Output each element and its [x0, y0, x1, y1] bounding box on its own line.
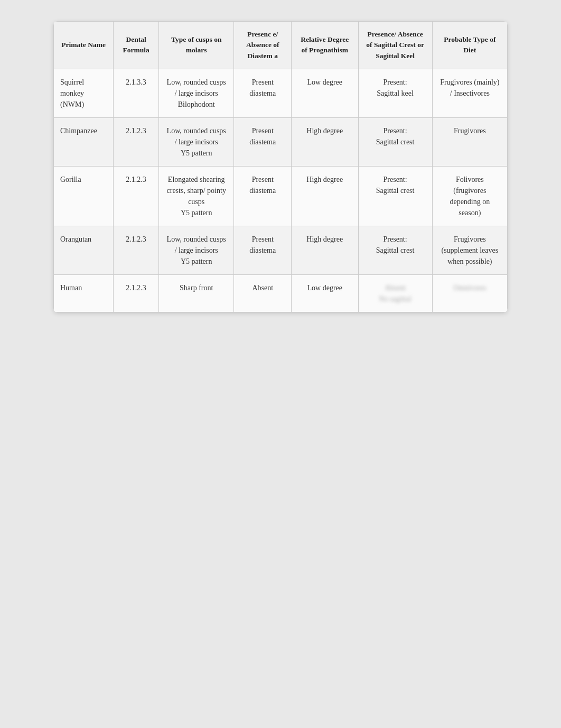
cell-dental_formula: 2.1.2.3: [114, 274, 159, 312]
cell-dental_formula: 2.1.2.3: [114, 166, 159, 226]
cell-prognathism: High degree: [292, 226, 358, 274]
cell-diastema: Present diastema: [234, 226, 292, 274]
header-row: Primate Name Dental Formula Type of cusp…: [54, 22, 508, 69]
primate-table: Primate Name Dental Formula Type of cusp…: [53, 21, 508, 312]
cell-cusp_type: Sharp front: [158, 274, 233, 312]
cell-name: Squirrel monkey (NWM): [54, 69, 114, 117]
cell-cusp_type: Elongated shearing crests, sharp/ pointy…: [158, 166, 233, 226]
cell-dental_formula: 2.1.2.3: [114, 226, 159, 274]
header-dental-formula: Dental Formula: [114, 22, 159, 69]
header-diastema: Presenc e/ Absence of Diastem a: [234, 22, 292, 69]
cell-diastema: Present diastema: [234, 69, 292, 117]
cell-name: Human: [54, 274, 114, 312]
cell-diet: Frugivores (supplement leaves when possi…: [432, 226, 507, 274]
table-row: Squirrel monkey (NWM)2.1.3.3Low, rounded…: [54, 69, 508, 117]
table-body: Squirrel monkey (NWM)2.1.3.3Low, rounded…: [54, 69, 508, 312]
cell-sagittal: AbsentNo sagittal: [358, 274, 432, 312]
table-row: Orangutan2.1.2.3Low, rounded cusps / lar…: [54, 226, 508, 274]
cell-sagittal: Present:Sagittal keel: [358, 69, 432, 117]
cell-diet: Omnivores: [432, 274, 507, 312]
header-prognathism: Relative Degree of Prognathism: [292, 22, 358, 69]
header-primate-name: Primate Name: [54, 22, 114, 69]
header-cusp-type: Type of cusps on molars: [158, 22, 233, 69]
cell-prognathism: High degree: [292, 166, 358, 226]
cell-cusp_type: Low, rounded cusps / large incisorsY5 pa…: [158, 117, 233, 166]
table-row: Chimpanzee2.1.2.3Low, rounded cusps / la…: [54, 117, 508, 166]
cell-dental_formula: 2.1.2.3: [114, 117, 159, 166]
header-sagittal: Presence/ Absence of Sagittal Crest or S…: [358, 22, 432, 69]
cell-name: Chimpanzee: [54, 117, 114, 166]
cell-cusp_type: Low, rounded cusps / large incisorsY5 pa…: [158, 226, 233, 274]
cell-sagittal: Present:Sagittal crest: [358, 166, 432, 226]
cell-diet: Frugivores: [432, 117, 507, 166]
cell-prognathism: Low degree: [292, 69, 358, 117]
cell-dental_formula: 2.1.3.3: [114, 69, 159, 117]
cell-diet: Frugivores (mainly) / Insectivores: [432, 69, 507, 117]
cell-diet: Folivores (frugivores depending on seaso…: [432, 166, 507, 226]
cell-prognathism: High degree: [292, 117, 358, 166]
cell-diastema: Absent: [234, 274, 292, 312]
cell-cusp_type: Low, rounded cusps / large incisorsBilop…: [158, 69, 233, 117]
header-diet: Probable Type of Diet: [432, 22, 507, 69]
cell-diastema: Present diastema: [234, 166, 292, 226]
cell-prognathism: Low degree: [292, 274, 358, 312]
table-row: Gorilla2.1.2.3Elongated shearing crests,…: [54, 166, 508, 226]
cell-diastema: Present diastema: [234, 117, 292, 166]
table-row: Human2.1.2.3Sharp frontAbsentLow degreeA…: [54, 274, 508, 312]
cell-sagittal: Present:Sagittal crest: [358, 226, 432, 274]
cell-name: Gorilla: [54, 166, 114, 226]
main-table-container: Primate Name Dental Formula Type of cusp…: [53, 21, 508, 312]
cell-sagittal: Present:Sagittal crest: [358, 117, 432, 166]
cell-name: Orangutan: [54, 226, 114, 274]
